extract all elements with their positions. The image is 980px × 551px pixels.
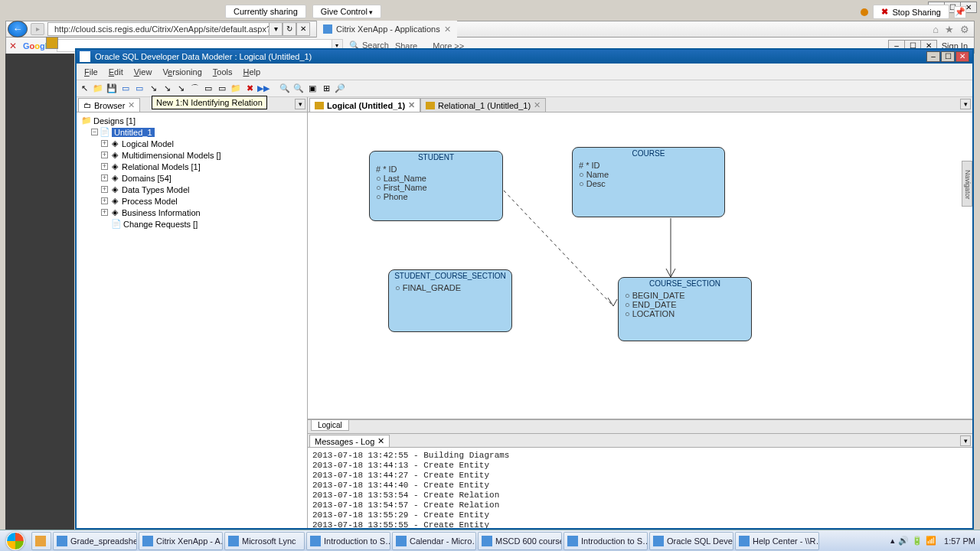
task-item[interactable]: Microsoft Lync [224,532,305,550]
entity-student[interactable]: STUDENT # * ID○ Last_Name○ First_Name○ P… [369,151,503,221]
forward-button[interactable]: ▸ [31,23,44,35]
zoom-in-button[interactable]: 🔍 [279,83,291,95]
task-item[interactable]: Introduction to S… [306,532,390,550]
toolbar-tooltip: New 1:N Identifying Relation [152,96,267,109]
dropdown-icon[interactable]: ▾ [269,22,283,36]
task-item[interactable]: Oracle SQL Devel… [649,532,733,550]
start-button[interactable] [0,530,31,552]
subtab-logical[interactable]: Logical [311,420,349,431]
oracle-max-button[interactable]: ☐ [941,51,955,62]
menu-edit[interactable]: Edit [104,66,128,78]
clock[interactable]: 1:57 PM [944,536,975,546]
tab-close-icon[interactable]: ✕ [377,436,384,446]
browser-tab[interactable]: 🗀Browser✕ [78,98,140,112]
log-output[interactable]: 2013-07-18 13:42:55 - Building Diagrams … [308,448,972,528]
side-folder-icon[interactable] [46,37,58,49]
gear-icon[interactable]: ⚙ [960,24,969,35]
folder-tool[interactable]: 📁 [230,83,242,95]
engineer-button[interactable]: ▶▶ [257,83,270,95]
tree-untitled[interactable]: −📄Untitled_1 [78,126,305,138]
stop-button[interactable]: ✕ [296,22,310,36]
new-view-tool[interactable]: ▭ [133,83,145,95]
browser-tab[interactable]: Citrix XenApp - Applications ✕ [316,21,457,37]
tray-icon[interactable]: 📶 [926,536,936,546]
app-icon [80,51,90,62]
stop-sharing-button[interactable]: ✖Stop Sharing [873,5,949,19]
tree-item[interactable]: +◈Data Types Model [78,184,305,195]
tree-designs[interactable]: 📁Designs [1] [78,115,305,126]
entity-course-section[interactable]: COURSE_SECTION ○ BEGIN_DATE○ END_DATE○ L… [618,277,752,341]
designs-tree[interactable]: 📁Designs [1] −📄Untitled_1 +◈Logical Mode… [77,112,307,528]
favorites-icon[interactable]: ★ [945,24,954,35]
rel-1n-tool[interactable]: ↘ [147,83,159,95]
msg-expand-button[interactable]: ▾ [960,435,971,446]
navigator-strip[interactable]: Navigator [962,161,972,207]
menu-tools[interactable]: Tools [208,66,237,78]
tab-relational[interactable]: Relational_1 (Untitled_1)✕ [420,98,546,112]
layout-button[interactable]: ⊞ [320,83,332,95]
tab-close-icon[interactable]: ✕ [408,100,415,110]
panel-expand-button[interactable]: ▾ [295,99,305,109]
task-item[interactable]: Citrix XenApp - A… [139,532,223,550]
rel-1n-id-tool[interactable]: ↘ [161,83,173,95]
entity-student-course-section[interactable]: STUDENT_COURSE_SECTION ○ FINAL_GRADE [388,269,512,332]
tree-item[interactable]: +◈Process Model [78,195,305,207]
pin-button[interactable]: 📌 [954,6,966,18]
menu-help[interactable]: Help [238,66,265,78]
back-button[interactable]: ← [8,21,28,37]
zoom-out-button[interactable]: 🔍 [292,83,305,95]
oracle-titlebar[interactable]: Oracle SQL Developer Data Modeler : Logi… [77,50,972,64]
tab-logical[interactable]: Logical (Untitled_1)✕ [309,98,420,112]
task-item[interactable]: Help Center - \\R… [735,532,819,550]
task-item[interactable]: MSCD 600 course… [478,532,562,550]
arc-tool[interactable]: ⌒ [188,83,201,95]
search-button[interactable]: 🔎 [334,83,346,95]
tabs-expand-button[interactable]: ▾ [960,99,971,109]
tab-close-icon[interactable]: ✕ [444,24,451,34]
image-tool[interactable]: ▭ [216,83,228,95]
favicon-icon [323,24,332,34]
delete-button[interactable]: ✖ [243,83,256,95]
task-item[interactable] [31,532,51,550]
tree-item[interactable]: +◈Logical Model [78,138,305,149]
oracle-min-button[interactable]: – [926,51,940,62]
tree-item[interactable]: +◈Multidimensional Models [] [78,149,305,161]
url-input[interactable]: http://cloud.scis.regis.edu/Citrix/XenAp… [47,22,270,36]
system-tray[interactable]: ▴ 🔊 🔋 📶 1:57 PM [890,536,980,546]
new-entity-tool[interactable]: ▭ [119,83,132,95]
background-strip [5,54,74,530]
tab-close-icon[interactable]: ✕ [534,100,541,110]
tab-close-icon[interactable]: ✕ [128,100,135,110]
close-toolbar-button[interactable]: ✕ [9,41,17,51]
oracle-window: Oracle SQL Developer Data Modeler : Logi… [75,48,974,530]
svg-line-2 [666,269,671,277]
task-item[interactable]: Grade_spreadshe… [53,532,137,550]
give-control-button[interactable]: Give Control [312,5,382,18]
menu-file[interactable]: File [80,66,103,78]
refresh-button[interactable]: ↻ [283,22,296,36]
task-item[interactable]: Introduction to S… [564,532,648,550]
messages-log-tab[interactable]: Messages - Log✕ [309,435,390,447]
tree-item[interactable]: 📄Change Requests [] [78,218,305,230]
tree-item[interactable]: +◈Domains [54] [78,172,305,184]
fit-button[interactable]: ▣ [306,83,318,95]
entity-course[interactable]: COURSE # * ID○ Name○ Desc [572,147,725,217]
windows-taskbar: Grade_spreadshe…Citrix XenApp - A…Micros… [0,530,980,551]
pointer-tool[interactable]: ↖ [78,83,90,95]
home-icon[interactable]: ⌂ [933,24,939,35]
task-item[interactable]: Calendar - Micro… [392,532,476,550]
rel-mn-tool[interactable]: ↘ [175,83,187,95]
note-tool[interactable]: ▭ [202,83,214,95]
diagram-canvas[interactable]: STUDENT # * ID○ Last_Name○ First_Name○ P… [308,112,972,419]
tree-item[interactable]: +◈Relational Models [1] [78,161,305,172]
save-button[interactable]: 💾 [106,83,118,95]
tray-icon[interactable]: 🔊 [898,536,909,546]
tray-arrow-icon[interactable]: ▴ [890,536,895,546]
menu-view[interactable]: View [129,66,157,78]
oracle-close-button[interactable]: ✕ [956,51,969,62]
open-button[interactable]: 📁 [92,83,104,95]
tree-item[interactable]: +◈Business Information [78,207,305,218]
tray-icon[interactable]: 🔋 [912,536,923,546]
menu-versioning[interactable]: Versioning [158,66,206,78]
windows-orb-icon [6,532,24,550]
